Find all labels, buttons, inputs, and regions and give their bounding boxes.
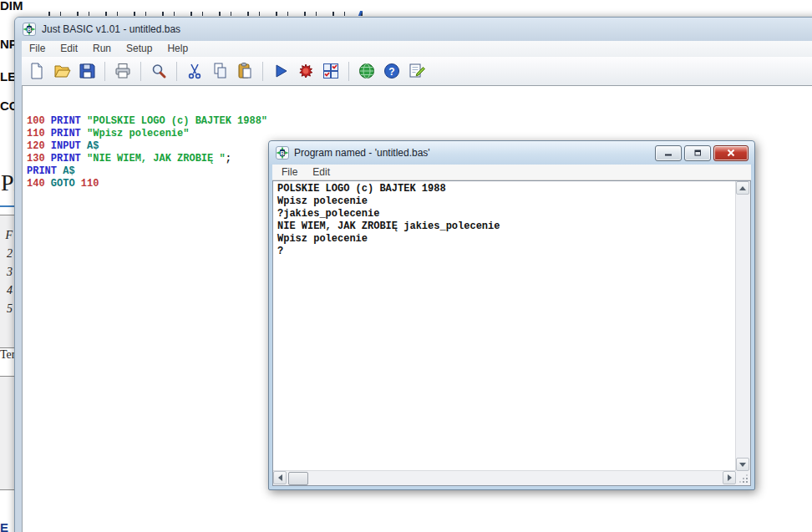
arrow-up-icon xyxy=(739,186,746,190)
new-file-button[interactable] xyxy=(24,60,49,83)
copy-button[interactable] xyxy=(207,60,232,83)
arrow-left-icon xyxy=(278,474,282,481)
menu-file[interactable]: File xyxy=(22,42,53,55)
restore-icon xyxy=(693,149,703,157)
program-output-area[interactable]: POLSKIE LOGO (c) BAJTEK 1988Wpisz polece… xyxy=(272,180,751,486)
toolbar-separator xyxy=(348,62,349,81)
svg-text:?: ? xyxy=(388,66,394,78)
resize-grip[interactable] xyxy=(736,471,750,485)
code-line: 100 PRINT "POLSKIE LOGO (c) BAJTEK 1988" xyxy=(27,115,812,128)
debug-icon xyxy=(297,62,315,80)
toolbar-separator xyxy=(262,62,263,81)
find-button[interactable] xyxy=(146,60,171,83)
close-icon xyxy=(726,149,736,157)
menu-help[interactable]: Help xyxy=(160,42,195,55)
vertical-scrollbar[interactable] xyxy=(735,181,750,471)
run-button[interactable] xyxy=(268,60,293,83)
paste-button[interactable] xyxy=(232,60,257,83)
menu-edit[interactable]: Edit xyxy=(53,42,85,55)
save-file-icon xyxy=(78,62,96,80)
find-icon xyxy=(150,62,168,80)
main-menubar: FileEditRunSetupHelp xyxy=(22,41,812,56)
cut-icon xyxy=(185,62,204,80)
justbasic-icon: B xyxy=(276,146,289,160)
paste-icon xyxy=(236,62,254,80)
grip-dots-icon xyxy=(740,475,749,484)
close-windows-button[interactable] xyxy=(318,60,343,83)
close-button[interactable] xyxy=(713,145,749,161)
program-titlebar[interactable]: B Program named - 'untitled.bas' xyxy=(269,141,754,165)
toolbar-separator xyxy=(104,62,105,81)
minimize-icon xyxy=(663,149,673,157)
background-label: DIM xyxy=(0,0,23,13)
run-icon xyxy=(272,62,290,80)
toolbar-separator xyxy=(140,62,141,81)
toolbar: ? xyxy=(22,56,812,85)
menu-run[interactable]: Run xyxy=(85,42,119,55)
scroll-up-button[interactable] xyxy=(736,181,749,195)
open-file-icon xyxy=(53,62,71,80)
internet-button[interactable] xyxy=(354,60,379,83)
new-file-icon xyxy=(28,62,46,80)
toolbar-separator xyxy=(176,62,177,81)
code-line: 110 PRINT "Wpisz polecenie" xyxy=(27,128,812,140)
justbasic-icon: B xyxy=(23,23,36,36)
scroll-left-button[interactable] xyxy=(273,471,287,484)
program-window-title: Program named - 'untitled.bas' xyxy=(294,147,650,159)
program-menubar: FileEdit xyxy=(272,165,751,180)
scroll-down-button[interactable] xyxy=(736,458,749,471)
background-label: E xyxy=(0,520,8,532)
menu-setup[interactable]: Setup xyxy=(119,42,160,55)
save-file-button[interactable] xyxy=(74,60,99,83)
svg-text:B: B xyxy=(280,149,285,157)
help-button[interactable]: ? xyxy=(379,60,404,83)
output-line: POLSKIE LOGO (c) BAJTEK 1988 xyxy=(277,183,733,195)
background-text-fragments xyxy=(48,12,370,16)
background-label: Ter xyxy=(0,348,15,362)
arrow-down-icon xyxy=(739,463,746,467)
program-output-window: B Program named - 'untitled.bas' FileEdi… xyxy=(268,140,755,490)
restore-button[interactable] xyxy=(684,145,711,161)
horizontal-scrollbar[interactable] xyxy=(273,470,736,485)
print-icon xyxy=(114,62,132,80)
help-icon: ? xyxy=(383,62,401,80)
main-window-title: Just BASIC v1.01 - untitled.bas xyxy=(42,23,180,35)
copy-icon xyxy=(211,62,229,80)
edit-note-button[interactable] xyxy=(404,60,429,83)
open-file-button[interactable] xyxy=(49,60,74,83)
debug-button[interactable] xyxy=(293,60,318,83)
close-windows-icon xyxy=(322,62,340,80)
output-line: Wpisz polecenie xyxy=(277,195,733,208)
output-line: NIE WIEM, JAK ZROBIĘ jakies_polecenie xyxy=(277,220,733,233)
print-button[interactable] xyxy=(110,60,135,83)
output-line: ?jakies_polecenie xyxy=(277,208,733,220)
cut-button[interactable] xyxy=(182,60,207,83)
arrow-right-icon xyxy=(728,474,732,481)
main-titlebar[interactable]: B Just BASIC v1.01 - untitled.bas xyxy=(15,18,812,41)
output-line: Wpisz polecenie xyxy=(277,233,733,246)
program-menu-file[interactable]: File xyxy=(274,165,305,179)
output-line: ? xyxy=(277,246,733,258)
program-output-text: POLSKIE LOGO (c) BAJTEK 1988Wpisz polece… xyxy=(273,181,736,471)
scroll-right-button[interactable] xyxy=(723,471,736,484)
minimize-button[interactable] xyxy=(655,145,682,161)
internet-icon xyxy=(358,62,376,80)
horizontal-scroll-thumb[interactable] xyxy=(288,472,308,485)
edit-note-icon xyxy=(408,62,426,80)
program-menu-edit[interactable]: Edit xyxy=(305,165,337,179)
svg-text:B: B xyxy=(27,26,32,33)
